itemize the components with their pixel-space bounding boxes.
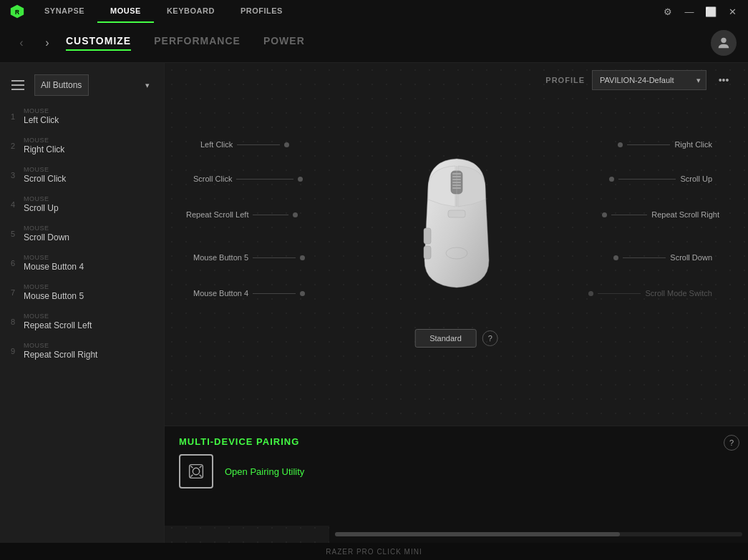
- sidebar-num-3: 3: [11, 171, 24, 180]
- mouse-image: [407, 146, 507, 296]
- multi-device-content: Open Pairing Utility: [179, 454, 734, 488]
- sidebar-item-text-8: MOUSE Repeat Scroll Left: [24, 313, 155, 330]
- svg-rect-14: [448, 210, 465, 217]
- sidebar-item-5[interactable]: 5 MOUSE Scroll Down: [0, 219, 164, 248]
- sidebar: All Buttons Left Side Right Side Top 1 M…: [0, 63, 165, 543]
- sidebar-item-4[interactable]: 4 MOUSE Scroll Up: [0, 190, 164, 219]
- svg-text:R: R: [15, 9, 19, 16]
- right-labels: Right Click Scroll Up Repeat Scroll Righ…: [526, 97, 727, 355]
- nav-tab-synapse[interactable]: SYNAPSE: [31, 0, 97, 23]
- scrollbar-thumb[interactable]: [335, 532, 620, 536]
- nav-tab-profiles[interactable]: PROFILES: [228, 0, 296, 23]
- maximize-button[interactable]: ⬜: [701, 4, 721, 19]
- label-repeat-scroll-right[interactable]: Repeat Scroll Right: [602, 210, 719, 219]
- sidebar-item-text-4: MOUSE Scroll Up: [24, 195, 155, 213]
- label-scroll-up[interactable]: Scroll Up: [609, 175, 712, 183]
- sidebar-label-8: Repeat Scroll Left: [24, 320, 155, 330]
- svg-line-18: [200, 466, 202, 468]
- left-labels: Left Click Scroll Click Repeat Scroll Le…: [186, 97, 401, 355]
- sidebar-num-1: 1: [11, 112, 24, 121]
- status-bar: RAZER PRO CLICK MINI: [0, 543, 748, 560]
- sidebar-category-9: MOUSE: [24, 342, 155, 349]
- sidebar-category-6: MOUSE: [24, 254, 155, 261]
- label-scroll-click[interactable]: Scroll Click: [193, 175, 303, 183]
- header-nav: ‹ ›: [11, 33, 57, 53]
- more-options-button[interactable]: •••: [714, 70, 734, 90]
- open-pairing-link[interactable]: Open Pairing Utility: [225, 466, 304, 477]
- sidebar-label-2: Right Click: [24, 144, 155, 154]
- filter-select-wrapper: All Buttons Left Side Right Side Top: [34, 74, 155, 96]
- sidebar-category-7: MOUSE: [24, 283, 155, 290]
- sidebar-category-2: MOUSE: [24, 137, 155, 144]
- sidebar-category-4: MOUSE: [24, 195, 155, 202]
- header: ‹ › CUSTOMIZE PERFORMANCE POWER: [0, 23, 748, 63]
- svg-point-2: [721, 37, 726, 42]
- tab-customize[interactable]: CUSTOMIZE: [66, 35, 131, 51]
- nav-tab-mouse[interactable]: MOUSE: [97, 0, 154, 23]
- titlebar-controls: ⚙ — ⬜ ✕: [658, 4, 742, 19]
- svg-line-20: [200, 475, 202, 477]
- label-mouse-button-4[interactable]: Mouse Button 4: [193, 289, 305, 298]
- sidebar-item-7[interactable]: 7 MOUSE Mouse Button 5: [0, 277, 164, 307]
- sidebar-item-2[interactable]: 2 MOUSE Right Click: [0, 131, 164, 160]
- header-tabs: CUSTOMIZE PERFORMANCE POWER: [66, 35, 711, 51]
- svg-rect-12: [424, 246, 431, 259]
- label-repeat-scroll-left[interactable]: Repeat Scroll Left: [186, 210, 298, 219]
- label-right-click[interactable]: Right Click: [618, 140, 712, 149]
- mouse-diagram-area: Left Click Scroll Click Repeat Scroll Le…: [165, 97, 748, 355]
- view-mode-bar: Standard ?: [414, 329, 498, 348]
- settings-button[interactable]: ⚙: [658, 4, 678, 19]
- sidebar-item-text-3: MOUSE Scroll Click: [24, 166, 155, 184]
- view-help-button[interactable]: ?: [482, 330, 498, 346]
- profile-select[interactable]: PAVILION-24-Default Profile 2 Profile 3: [592, 70, 706, 90]
- profile-label: PROFILE: [545, 76, 585, 84]
- standard-view-button[interactable]: Standard: [414, 329, 477, 348]
- sidebar-item-3[interactable]: 3 MOUSE Scroll Click: [0, 160, 164, 190]
- sidebar-item-text-6: MOUSE Mouse Button 4: [24, 254, 155, 272]
- forward-button[interactable]: ›: [37, 33, 57, 53]
- sidebar-item-text-5: MOUSE Scroll Down: [24, 225, 155, 242]
- multi-device-title: MULTI-DEVICE PAIRING: [179, 436, 734, 447]
- nav-tabs: SYNAPSE MOUSE KEYBOARD PROFILES: [31, 0, 296, 23]
- sidebar-item-8[interactable]: 8 MOUSE Repeat Scroll Left: [0, 307, 164, 336]
- sidebar-category-5: MOUSE: [24, 225, 155, 232]
- label-scroll-down[interactable]: Scroll Down: [613, 253, 712, 262]
- nav-tab-keyboard[interactable]: KEYBOARD: [154, 0, 228, 23]
- sidebar-item-1[interactable]: 1 MOUSE Left Click: [0, 102, 164, 131]
- profile-select-wrapper: PAVILION-24-Default Profile 2 Profile 3: [592, 70, 706, 90]
- back-button[interactable]: ‹: [11, 33, 31, 53]
- minimize-button[interactable]: —: [679, 4, 699, 19]
- bottom-panel: ? MULTI-DEVICE PAIRING Open Pairing Util…: [165, 426, 748, 526]
- label-left-click[interactable]: Left Click: [200, 140, 289, 149]
- tab-performance[interactable]: PERFORMANCE: [154, 35, 241, 51]
- sidebar-item-6[interactable]: 6 MOUSE Mouse Button 4: [0, 248, 164, 277]
- sidebar-num-4: 4: [11, 200, 24, 209]
- user-avatar[interactable]: [711, 30, 737, 56]
- sidebar-num-8: 8: [11, 318, 24, 326]
- sidebar-label-5: Scroll Down: [24, 232, 155, 242]
- svg-point-16: [193, 468, 199, 474]
- panel-help-button[interactable]: ?: [724, 435, 739, 451]
- sidebar-num-9: 9: [11, 347, 24, 355]
- tab-power[interactable]: POWER: [263, 35, 305, 51]
- sidebar-item-text-7: MOUSE Mouse Button 5: [24, 283, 155, 301]
- horizontal-scrollbar[interactable]: [329, 526, 748, 543]
- sidebar-category-8: MOUSE: [24, 313, 155, 320]
- razer-logo-icon: R: [6, 0, 29, 23]
- titlebar: R SYNAPSE MOUSE KEYBOARD PROFILES ⚙ — ⬜ …: [0, 0, 748, 23]
- label-mouse-button-5[interactable]: Mouse Button 5: [193, 253, 305, 262]
- sidebar-item-9[interactable]: 9 MOUSE Repeat Scroll Right: [0, 336, 164, 365]
- profile-bar: PROFILE PAVILION-24-Default Profile 2 Pr…: [165, 63, 748, 97]
- titlebar-left: R SYNAPSE MOUSE KEYBOARD PROFILES: [6, 0, 296, 23]
- sidebar-num-7: 7: [11, 288, 24, 297]
- sidebar-label-7: Mouse Button 5: [24, 291, 155, 301]
- label-scroll-mode-switch[interactable]: Scroll Mode Switch: [588, 289, 712, 298]
- sidebar-item-text-1: MOUSE Left Click: [24, 107, 155, 125]
- hamburger-button[interactable]: [9, 75, 29, 95]
- close-button[interactable]: ✕: [722, 4, 742, 19]
- sidebar-item-text-2: MOUSE Right Click: [24, 137, 155, 154]
- main-layout: All Buttons Left Side Right Side Top 1 M…: [0, 63, 748, 543]
- filter-select[interactable]: All Buttons Left Side Right Side Top: [34, 74, 89, 96]
- status-text: RAZER PRO CLICK MINI: [326, 548, 422, 556]
- sidebar-label-1: Left Click: [24, 115, 155, 125]
